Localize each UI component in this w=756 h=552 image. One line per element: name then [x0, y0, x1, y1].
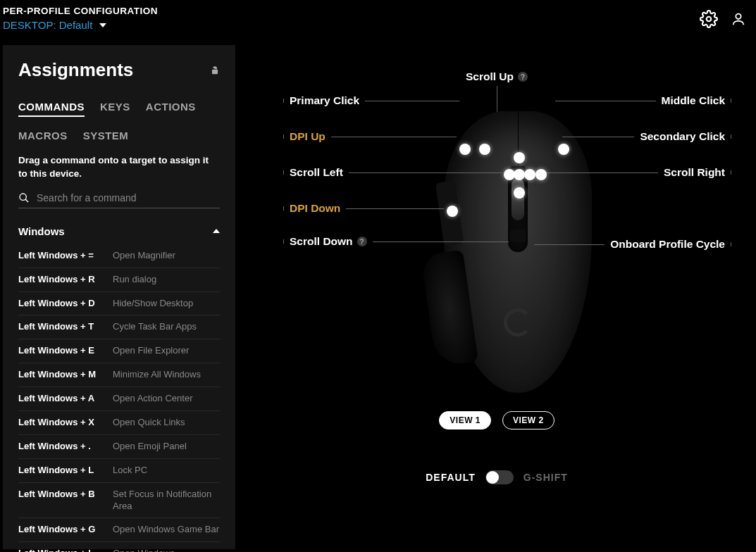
command-row[interactable]: Left Windows + IOpen Windows	[18, 542, 220, 551]
hotspot[interactable]	[514, 187, 525, 199]
hotspot[interactable]	[558, 144, 569, 155]
command-desc: Cycle Task Bar Apps	[113, 321, 220, 333]
gear-icon[interactable]	[700, 10, 718, 28]
command-key: Left Windows + X	[18, 417, 106, 429]
hotspot[interactable]	[514, 152, 525, 163]
label-middle-click: Middle Click	[656, 94, 731, 107]
label-dpi-down: DPI Down	[284, 202, 346, 215]
device-view: Scroll Up ? Primary Click DPI Up Scroll …	[240, 70, 754, 549]
label-onboard-profile: Onboard Profile Cycle	[605, 238, 731, 251]
profile-selector[interactable]: DESKTOP: Default	[3, 19, 158, 31]
command-row[interactable]: Left Windows + =Open Magnifier	[18, 244, 220, 268]
label-scroll-down: Scroll Down	[290, 235, 353, 248]
drag-hint: Drag a command onto a target to assign i…	[18, 154, 220, 181]
command-desc: Open Windows	[113, 548, 220, 551]
hotspot[interactable]	[514, 169, 525, 180]
hotspot[interactable]	[479, 144, 490, 155]
command-key: Left Windows + D	[18, 298, 106, 310]
command-row[interactable]: Left Windows + MMinimize All Windows	[18, 363, 220, 387]
logo-icon	[504, 308, 532, 337]
svg-point-3	[20, 194, 26, 200]
label-scroll-left: Scroll Left	[284, 166, 349, 179]
assignment-tabs: COMMANDS KEYS ACTIONS MACROS SYSTEM	[18, 101, 220, 142]
search-row	[18, 192, 220, 208]
panel-title: Assignments	[18, 59, 133, 81]
command-key: Left Windows + L	[18, 465, 106, 477]
tab-keys[interactable]: KEYS	[100, 101, 130, 117]
view-1-button[interactable]: VIEW 1	[439, 411, 491, 429]
tab-system[interactable]: SYSTEM	[83, 130, 129, 142]
command-key: Left Windows + =	[18, 250, 106, 262]
tab-commands[interactable]: COMMANDS	[18, 101, 85, 117]
gshift-toggle[interactable]	[485, 470, 514, 484]
command-desc: Open Emoji Panel	[113, 441, 220, 453]
chevron-up-icon	[213, 229, 220, 233]
command-desc: Hide/Show Desktop	[113, 298, 220, 310]
page-title: PER-PROFILE CONFIGURATION	[3, 6, 158, 16]
command-desc: Set Focus in Notification Area	[113, 489, 220, 513]
search-icon	[18, 192, 30, 203]
svg-line-4	[25, 199, 28, 202]
tab-macros[interactable]: MACROS	[18, 130, 68, 142]
command-key: Left Windows + E	[18, 345, 106, 357]
command-key: Left Windows + I	[18, 548, 106, 551]
command-key: Left Windows + A	[18, 393, 106, 405]
toggle-label-default: DEFAULT	[426, 472, 476, 483]
view-2-button[interactable]: VIEW 2	[502, 411, 554, 429]
command-desc: Lock PC	[113, 465, 220, 477]
command-row[interactable]: Left Windows + BSet Focus in Notificatio…	[18, 483, 220, 519]
svg-point-1	[736, 14, 740, 19]
chevron-down-icon	[99, 23, 106, 27]
command-key: Left Windows + T	[18, 321, 106, 333]
command-list[interactable]: Windows Left Windows + =Open MagnifierLe…	[18, 221, 220, 552]
command-desc: Open Quick Links	[113, 417, 220, 429]
help-icon[interactable]: ?	[518, 72, 528, 82]
command-desc: Open Magnifier	[113, 250, 220, 262]
command-key: Left Windows + M	[18, 369, 106, 381]
command-group-header[interactable]: Windows	[18, 221, 220, 244]
svg-rect-2	[212, 69, 218, 73]
command-row[interactable]: Left Windows + DHide/Show Desktop	[18, 292, 220, 316]
user-icon[interactable]	[731, 11, 746, 27]
hotspot[interactable]	[524, 169, 535, 180]
command-group-title: Windows	[18, 225, 65, 237]
command-row[interactable]: Left Windows + AOpen Action Center	[18, 387, 220, 411]
command-row[interactable]: Left Windows + RRun dialog	[18, 268, 220, 292]
command-key: Left Windows + B	[18, 489, 106, 501]
search-input[interactable]	[37, 192, 220, 203]
command-row[interactable]: Left Windows + GOpen Windows Game Bar	[18, 518, 220, 542]
command-desc: Open Windows Game Bar	[113, 524, 220, 536]
command-row[interactable]: Left Windows + EOpen File Explorer	[18, 339, 220, 363]
tab-actions[interactable]: ACTIONS	[146, 101, 196, 117]
profile-label: DESKTOP:	[3, 19, 56, 31]
command-row[interactable]: Left Windows + .Open Emoji Panel	[18, 435, 220, 459]
hotspot[interactable]	[535, 169, 547, 180]
command-row[interactable]: Left Windows + XOpen Quick Links	[18, 411, 220, 435]
assignments-panel: Assignments COMMANDS KEYS ACTIONS MACROS…	[3, 45, 235, 549]
hotspot[interactable]	[447, 206, 458, 217]
command-key: Left Windows + .	[18, 441, 106, 453]
hotspot[interactable]	[459, 144, 471, 155]
lock-open-icon[interactable]	[210, 65, 220, 75]
label-secondary-click: Secondary Click	[634, 130, 731, 143]
command-row[interactable]: Left Windows + LLock PC	[18, 459, 220, 483]
command-desc: Open Action Center	[113, 393, 220, 405]
label-primary-click: Primary Click	[284, 94, 365, 107]
command-desc: Run dialog	[113, 274, 220, 286]
profile-value: Default	[59, 19, 93, 31]
command-desc: Open File Explorer	[113, 345, 220, 357]
command-key: Left Windows + G	[18, 524, 106, 536]
label-dpi-up: DPI Up	[284, 130, 331, 143]
command-row[interactable]: Left Windows + TCycle Task Bar Apps	[18, 315, 220, 339]
toggle-label-gshift: G-SHIFT	[523, 472, 568, 483]
label-scroll-up: Scroll Up	[466, 70, 514, 83]
svg-point-0	[707, 17, 712, 22]
help-icon[interactable]: ?	[357, 237, 367, 246]
command-key: Left Windows + R	[18, 274, 106, 286]
label-scroll-right: Scroll Right	[658, 166, 731, 179]
command-desc: Minimize All Windows	[113, 369, 220, 381]
